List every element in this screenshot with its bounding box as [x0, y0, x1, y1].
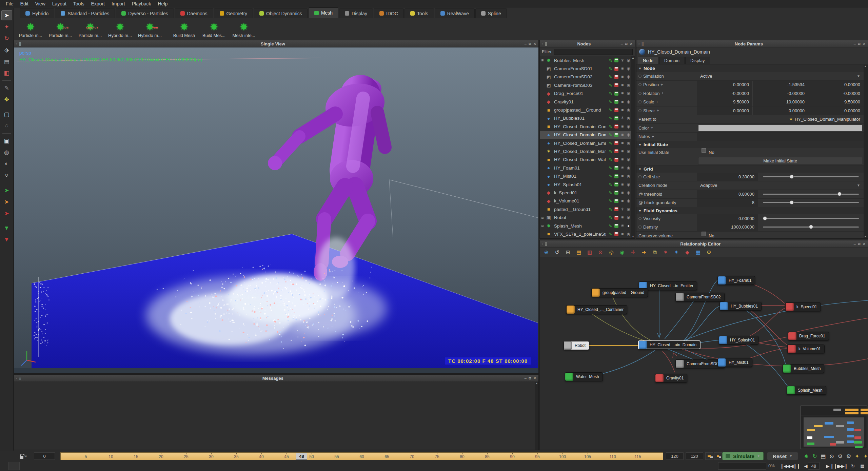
graph-node-water-mesh[interactable]: Water_Mesh [565, 372, 603, 381]
add-frame-icon[interactable]: ⊞ [564, 249, 572, 255]
simulate-flag-icon[interactable]: ✎ [608, 224, 613, 228]
value-field[interactable]: 0.00000 [808, 106, 864, 115]
globe-shading-icon[interactable]: ◉ [626, 58, 631, 63]
minimize-icon[interactable]: – [854, 242, 856, 246]
make-initial-state-button[interactable]: Make Initial State [698, 157, 862, 165]
mesh-build-icon[interactable]: ✸ [802, 452, 810, 460]
minimize-icon[interactable]: – [525, 376, 527, 380]
globe-shading-icon[interactable]: ◉ [626, 166, 631, 170]
current-frame-marker[interactable]: 48 [296, 453, 307, 460]
checkbox-use-initial-state[interactable] [702, 148, 706, 153]
globe-shading-icon[interactable]: ◉ [626, 157, 631, 162]
node-row-bubbles-mesh[interactable]: ⊞✸Bubbles_Mesh✎✳◉ [540, 56, 631, 64]
graph-node-k-speed01[interactable]: k_Speed01 [785, 302, 821, 311]
tool-build-mesh[interactable]: ✸Build Mesh [169, 19, 199, 39]
save-disk-tool-icon[interactable]: ▼ [1, 223, 12, 233]
globe-shading-icon[interactable]: ◉ [626, 207, 631, 212]
magnet-snap-tool-icon[interactable]: ◧ [1, 68, 12, 78]
cube-display-icon[interactable]: ■ [620, 75, 625, 79]
simulate-flag-icon[interactable]: ✎ [608, 75, 613, 79]
go-end-button[interactable]: ▶▶❙ [839, 462, 847, 470]
globe-shading-icon[interactable]: ◉ [626, 191, 631, 195]
value-field[interactable]: 10.00000 [752, 98, 808, 106]
float-icon[interactable]: ⧉ [858, 242, 861, 246]
simulate-flag-icon[interactable]: ✎ [608, 91, 613, 96]
graph-node-group-pasted-ground[interactable]: group|pasted__Ground [591, 288, 648, 297]
tab-tools[interactable]: Tools [405, 8, 434, 18]
cache-red-icon[interactable] [614, 83, 618, 87]
move-object-tool-icon[interactable]: ⬗ [1, 45, 12, 55]
cube-display-icon[interactable]: ■ [620, 174, 625, 178]
transform-gizmo-tool-icon[interactable]: ✥ [1, 94, 12, 104]
node-row-camerafromsd03[interactable]: ◩CameraFromSD03✎■◉ [540, 81, 631, 89]
value-field[interactable]: -0.00000 [752, 89, 808, 98]
cube-display-icon[interactable]: ■ [620, 191, 625, 195]
cache-green-icon[interactable] [614, 224, 618, 228]
globe-shading-icon[interactable]: ◉ [626, 83, 631, 87]
globe-shading-icon[interactable]: ◉ [626, 149, 631, 154]
globe-shading-icon[interactable]: ◉ [626, 75, 631, 79]
minimize-icon[interactable]: – [621, 42, 623, 46]
grid-view-icon[interactable]: ▦ [694, 249, 702, 255]
value-field[interactable]: 0.00000 [808, 81, 864, 89]
scroll-down-icon[interactable]: ▼ [864, 235, 867, 238]
graph-node-bubbles-mesh[interactable]: Bubbles_Mesh [783, 364, 824, 373]
simulate-flag-icon[interactable]: ✎ [608, 166, 613, 170]
cache-green-icon[interactable] [614, 166, 618, 170]
relationship-editor-header[interactable]: ▫⣿ Relationship Editor –⧉✕ [540, 240, 868, 248]
globe-shading-icon[interactable]: ◉ [626, 124, 631, 129]
tool-particle-m-[interactable]: ✸Particle m... [16, 19, 45, 39]
simulate-flag-icon[interactable]: ✎ [608, 232, 613, 236]
section-node[interactable]: ▼Node [636, 65, 864, 72]
menu-help[interactable]: Help [155, 0, 171, 7]
node-row-splash-mesh[interactable]: ⊞✸Splash_Mesh✎✳● [540, 222, 631, 230]
simulate-flag-icon[interactable]: ✎ [608, 100, 613, 104]
simulate-button[interactable]: Simulate ▼ [722, 452, 764, 460]
close-icon[interactable]: ✕ [533, 376, 536, 380]
tab-daemons[interactable]: Daemons [175, 8, 213, 18]
cache-green-icon[interactable] [614, 133, 618, 137]
slider--block-granularity[interactable] [758, 199, 864, 207]
value-field[interactable]: 9.50000 [808, 98, 864, 106]
node-row-hy-mist01[interactable]: ●HY_Mist01✎■◉ [540, 172, 631, 180]
node-row-hy-splash01[interactable]: ●HY_Splash01✎■◉ [540, 180, 631, 189]
cache-green-icon[interactable] [614, 100, 618, 104]
timeline-slider[interactable]: 5101520253035404550556065707580859095100… [60, 452, 663, 460]
tool-hybrido-m-[interactable]: ✸Hybrido m... [105, 19, 135, 39]
node-row-camerafromsd02[interactable]: ◩CameraFromSD02✎■◉ [540, 73, 631, 81]
expand-param-icon[interactable]: + [660, 82, 663, 87]
messages-header[interactable]: ▫⣿ Messages –⧉✕ [14, 375, 538, 382]
scroll-up-icon[interactable]: ▲ [631, 56, 635, 60]
sparkle-display-icon[interactable]: ✳ [620, 207, 625, 212]
wireframe-sphere-shading-icon[interactable]: ◍ [1, 147, 12, 157]
value-field[interactable]: -0.00000 [808, 89, 864, 98]
node-row-hy-closed-domain-domain[interactable]: ●HY_Closed_Domain_Domain✎■◉ [540, 131, 631, 139]
cube-display-icon[interactable]: ■ [620, 91, 625, 96]
slider-knob[interactable] [837, 192, 842, 196]
section-initial-state[interactable]: ▼Initial State [636, 141, 864, 148]
node-row-hy-bubbles01[interactable]: ●HY_Bubbles01✎✳◉ [540, 114, 631, 122]
graph-node-hy-closed-container[interactable]: HY_Closed_..._Container [566, 305, 627, 314]
close-icon[interactable]: ✕ [533, 42, 536, 46]
graph-node-hy-splash01[interactable]: HY_Splash01 [719, 336, 758, 345]
expand-icon[interactable]: ⊞ [541, 59, 545, 62]
section-collapse-icon[interactable]: ▼ [638, 168, 642, 171]
simulate-flag-icon[interactable]: ✎ [608, 191, 613, 195]
cache-red-icon[interactable] [614, 216, 618, 220]
cube-display-icon[interactable]: ■ [620, 124, 625, 129]
dropdown-simulation[interactable]: Active▼ [697, 72, 864, 80]
cache-green-icon[interactable] [614, 191, 618, 195]
cube-display-icon[interactable]: ■ [620, 83, 625, 87]
simulate-flag-icon[interactable]: ✎ [608, 149, 613, 154]
cube-display-icon[interactable]: ■ [620, 215, 625, 220]
reset-options-icon[interactable]: ⚙ [845, 452, 853, 460]
cube-display-icon[interactable]: ■ [620, 66, 625, 71]
value-field[interactable]: -0.00000 [697, 89, 752, 98]
add-group-icon[interactable]: ⧉ [651, 249, 658, 255]
slider-knob[interactable] [763, 216, 767, 220]
graph-node-splash-mesh[interactable]: Splash_Mesh [787, 386, 826, 395]
value-field[interactable]: 0.00000 [697, 106, 752, 115]
graph-node-k-volume01[interactable]: k_Volume01 [787, 345, 825, 353]
animation-curve-icon[interactable] [638, 217, 642, 220]
break-all-links-icon[interactable]: ✷ [673, 249, 680, 255]
